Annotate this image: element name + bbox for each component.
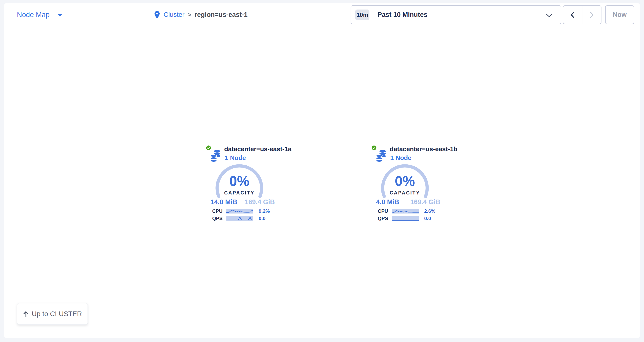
view-selector-label: Node Map [17, 11, 50, 19]
capacity-caption: CAPACITY [379, 190, 431, 196]
capacity-values: 4.0 MiB 169.4 GiB [376, 198, 440, 206]
capacity-total: 169.4 GiB [410, 198, 440, 206]
qps-sparkline [392, 216, 419, 221]
cpu-sparkline [392, 209, 419, 214]
capacity-caption: CAPACITY [214, 190, 265, 196]
chevron-right-icon [590, 11, 594, 18]
qps-sparkline [226, 216, 253, 221]
qps-value: 0.0 [259, 216, 266, 221]
time-range-badge: 10m [355, 9, 370, 20]
capacity-used: 14.0 MiB [210, 198, 238, 206]
datacenter-card[interactable]: datacenter=us-east-1b 1 Node 0% CAPACITY… [371, 143, 444, 225]
database-stack-icon [376, 149, 386, 162]
chevron-left-icon [570, 11, 575, 18]
capacity-values: 14.0 MiB 169.4 GiB [210, 198, 275, 206]
node-count-link[interactable]: 1 Node [390, 154, 412, 162]
header-bar: Node Map Cluster > region=us-east-1 10m … [4, 3, 640, 26]
breadcrumb: Cluster > region=us-east-1 [154, 3, 248, 26]
cpu-value: 2.6% [424, 208, 436, 214]
cpu-value: 9.2% [259, 208, 270, 214]
breadcrumb-current: region=us-east-1 [194, 11, 248, 18]
qps-value: 0.0 [424, 216, 431, 221]
node-count-link[interactable]: 1 Node [225, 154, 246, 162]
breadcrumb-separator: > [188, 11, 192, 18]
breadcrumb-cluster-link[interactable]: Cluster [164, 11, 184, 18]
cpu-sparkline [226, 209, 253, 214]
up-to-cluster-button[interactable]: Up to CLUSTER [17, 303, 88, 325]
qps-label: QPS [378, 216, 388, 221]
database-stack-icon [210, 149, 221, 162]
now-button[interactable]: Now [605, 5, 634, 24]
arrow-up-icon [23, 311, 29, 317]
time-step-forward-button[interactable] [582, 5, 602, 24]
time-range-label: Past 10 Minutes [378, 11, 428, 18]
datacenter-card[interactable]: datacenter=us-east-1a 1 Node 0% CAPACITY… [206, 143, 279, 225]
datacenter-title[interactable]: datacenter=us-east-1a [224, 145, 292, 153]
chevron-down-icon [546, 13, 552, 17]
cpu-label: CPU [378, 208, 388, 214]
capacity-total: 169.4 GiB [245, 198, 275, 206]
view-selector[interactable]: Node Map [17, 3, 62, 26]
caret-down-icon [58, 14, 62, 16]
map-pin-icon [154, 11, 160, 19]
qps-label: QPS [212, 216, 222, 221]
node-map-panel: Node Map Cluster > region=us-east-1 10m … [4, 3, 640, 338]
up-to-cluster-label: Up to CLUSTER [32, 310, 82, 318]
time-step-buttons [563, 5, 602, 24]
capacity-percent: 0% [214, 174, 265, 188]
time-range-dropdown[interactable]: 10m Past 10 Minutes [350, 5, 561, 24]
datacenter-title[interactable]: datacenter=us-east-1b [390, 145, 458, 153]
capacity-used: 4.0 MiB [376, 198, 399, 206]
cpu-label: CPU [212, 208, 222, 214]
capacity-percent: 0% [379, 174, 431, 188]
time-step-back-button[interactable] [563, 5, 582, 24]
